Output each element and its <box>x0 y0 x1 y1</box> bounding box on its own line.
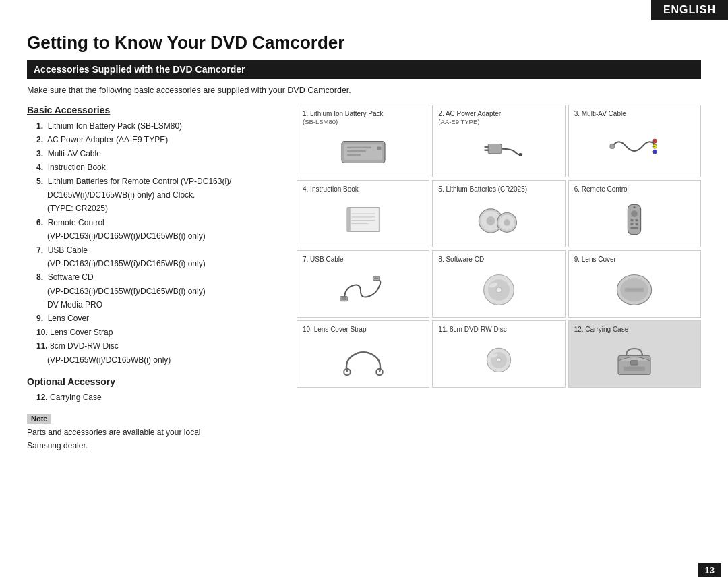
svg-rect-33 <box>636 219 638 221</box>
svg-point-31 <box>632 211 638 218</box>
accessory-cell-6: 6. Remote Control <box>568 180 701 247</box>
two-column-layout: Basic Accessories 1. Lithium Ion Battery… <box>27 105 701 452</box>
list-item: 7. USB Cable (VP-DC163(i)/DC165W(i)/DC16… <box>36 243 283 271</box>
acc-img-4 <box>303 196 423 243</box>
acc-img-9 <box>574 266 695 313</box>
list-item: 10. Lens Cover Strap <box>36 326 283 339</box>
accessory-cell-11: 11. 8cm DVD-RW Disc <box>432 320 565 388</box>
list-item: 4. Instruction Book <box>36 160 283 174</box>
note-box: Note Parts and accessories are available… <box>27 413 283 452</box>
main-content: Getting to Know Your DVD Camcorder Acces… <box>0 0 728 463</box>
acc-label-6: 6. Remote Control <box>574 185 695 194</box>
svg-rect-18 <box>348 208 378 231</box>
svg-point-26 <box>487 216 495 225</box>
acc-img-7 <box>303 266 423 313</box>
optional-accessory-title: Optional Accessory <box>27 376 283 387</box>
svg-rect-9 <box>484 150 488 151</box>
svg-rect-58 <box>624 367 645 371</box>
acc-label-4: 4. Instruction Book <box>303 185 423 194</box>
svg-rect-23 <box>347 208 351 232</box>
acc-img-5 <box>438 196 559 243</box>
acc-label-1: 1. Lithium Ion Battery Pack(SB-LSM80) <box>303 109 423 126</box>
acc-img-2 <box>438 129 559 173</box>
basic-accessories-title: Basic Accessories <box>27 105 283 115</box>
list-item: 3. Multi-AV Cable <box>36 147 283 160</box>
acc-label-2: 2. AC Power Adapter(AA-E9 TYPE) <box>438 109 559 126</box>
svg-rect-4 <box>347 150 366 152</box>
svg-rect-6 <box>488 144 502 154</box>
accessory-cell-4: 4. Instruction Book <box>297 180 429 247</box>
svg-rect-2 <box>377 147 381 150</box>
acc-img-1 <box>303 129 423 173</box>
list-item: 2. AC Power Adapter (AA-E9 TYPE) <box>36 133 283 146</box>
acc-label-12: 12. Carrying Case <box>574 325 695 334</box>
svg-rect-57 <box>631 361 638 365</box>
accessory-cell-2: 2. AC Power Adapter(AA-E9 TYPE) <box>432 105 565 177</box>
list-item: 9. Lens Cover <box>36 312 283 325</box>
acc-img-12 <box>574 337 695 383</box>
svg-rect-35 <box>636 223 638 225</box>
acc-label-11: 11. 8cm DVD-RW Disc <box>438 325 559 334</box>
accessory-cell-5: 5. Lithium Batteries (CR2025) <box>432 180 565 247</box>
acc-label-7: 7. USB Cable <box>303 255 423 264</box>
svg-rect-48 <box>625 288 644 292</box>
svg-rect-5 <box>347 154 361 156</box>
svg-rect-39 <box>341 297 346 300</box>
accessory-cell-9: 9. Lens Cover <box>568 250 701 318</box>
svg-rect-10 <box>610 144 614 148</box>
list-item: 11. 8cm DVD-RW Disc (VP-DC165W(i)/DC165W… <box>36 339 283 367</box>
acc-img-6 <box>574 196 695 243</box>
svg-rect-41 <box>374 278 378 279</box>
acc-img-3 <box>574 121 695 173</box>
acc-label-8: 8. Software CD <box>438 255 559 264</box>
accessory-cell-3: 3. Multi-AV Cable <box>568 105 701 177</box>
list-item: 1. Lithium Ion Battery Pack (SB-LSM80) <box>36 119 283 133</box>
accessories-grid: 1. Lithium Ion Battery Pack(SB-LSM80) <box>297 105 701 388</box>
left-column: Basic Accessories 1. Lithium Ion Battery… <box>27 105 283 452</box>
svg-rect-34 <box>631 223 634 225</box>
acc-img-10 <box>303 337 423 383</box>
note-text: Parts and accessories are available at y… <box>27 426 283 452</box>
accessory-cell-7: 7. USB Cable <box>297 250 429 318</box>
note-label: Note <box>27 414 51 424</box>
svg-rect-3 <box>347 147 371 148</box>
page-title: Getting to Know Your DVD Camcorder <box>27 32 701 53</box>
svg-rect-36 <box>631 227 638 229</box>
acc-label-3: 3. Multi-AV Cable <box>574 109 695 118</box>
svg-rect-8 <box>484 146 488 148</box>
svg-rect-32 <box>631 219 634 221</box>
list-item: 12. Carrying Case <box>36 390 283 404</box>
accessory-cell-1: 1. Lithium Ion Battery Pack(SB-LSM80) <box>297 105 429 177</box>
svg-point-44 <box>496 287 502 293</box>
list-item: 6. Remote Control (VP-DC163(i)/DC165W(i)… <box>36 216 283 243</box>
intro-text: Make sure that the following basic acces… <box>27 86 701 95</box>
svg-rect-30 <box>628 205 641 235</box>
svg-point-29 <box>504 219 510 226</box>
acc-label-10: 10. Lens Cover Strap <box>303 325 423 334</box>
svg-point-37 <box>634 206 636 208</box>
accessory-cell-10: 10. Lens Cover Strap <box>297 320 429 388</box>
english-badge: ENGLISH <box>651 0 728 20</box>
page-number: 13 <box>698 563 721 577</box>
acc-label-5: 5. Lithium Batteries (CR2025) <box>438 185 559 194</box>
section-header: Accessories Supplied with the DVD Camcor… <box>27 60 701 79</box>
basic-accessories-list: 1. Lithium Ion Battery Pack (SB-LSM80) 2… <box>27 119 283 367</box>
accessory-cell-8: 8. Software CD <box>432 250 565 318</box>
list-item: 8. Software CD (VP-DC163(i)/DC165W(i)/DC… <box>36 270 283 312</box>
svg-point-54 <box>497 358 501 362</box>
acc-label-9: 9. Lens Cover <box>574 255 695 264</box>
accessory-cell-12: 12. Carrying Case <box>568 320 701 388</box>
svg-point-7 <box>519 153 522 156</box>
acc-img-11 <box>438 337 559 383</box>
optional-accessories-list: 12. Carrying Case <box>27 390 283 404</box>
list-item: 5. Lithium Batteries for Remote Control … <box>36 175 283 216</box>
acc-img-8 <box>438 266 559 313</box>
right-column: 1. Lithium Ion Battery Pack(SB-LSM80) <box>297 105 701 452</box>
